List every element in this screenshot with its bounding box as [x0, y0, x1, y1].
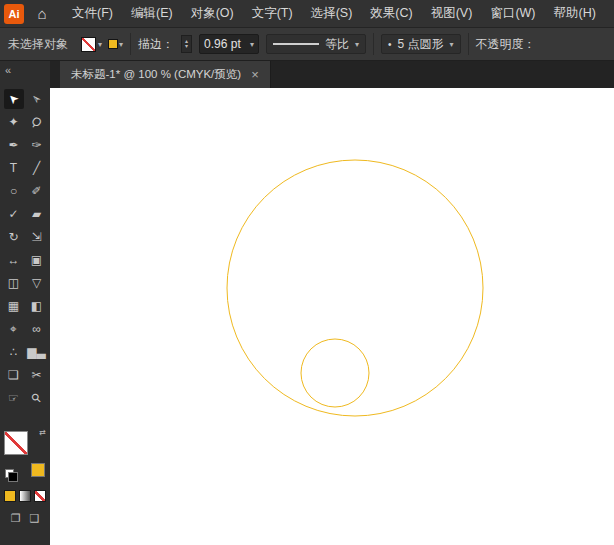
mesh-tool[interactable]: ▦	[4, 296, 24, 316]
scale-tool-icon: ⇲	[31, 230, 41, 244]
control-bar: 未选择对象 ▾ ▾ 描边： ▴ ▾ 0.96 pt ▾ 等比 ▾ • 5 点圆形…	[0, 28, 614, 61]
gradient-tool-icon: ◧	[31, 299, 42, 313]
chevron-down-icon[interactable]: ▾	[450, 40, 454, 49]
selection-status: 未选择对象	[8, 36, 68, 53]
shaper-tool-icon: ✓	[8, 207, 18, 221]
chevron-down-icon[interactable]: ▾	[355, 40, 359, 49]
brush-select[interactable]: • 5 点圆形 ▾	[381, 34, 461, 54]
lasso-tool-icon: Ϙ	[29, 114, 45, 131]
ellipse-tool[interactable]: ○	[4, 181, 24, 201]
home-icon[interactable]: ⌂	[29, 5, 55, 22]
paintbrush-tool-icon: ✐	[31, 184, 41, 198]
app-logo-icon[interactable]: Ai	[4, 4, 24, 24]
shape-builder-tool-icon: ◫	[8, 276, 19, 290]
gradient-tool[interactable]: ◧	[27, 296, 47, 316]
menu-item[interactable]: 帮助(H)	[545, 0, 605, 27]
type-tool[interactable]: T	[4, 158, 24, 178]
eyedropper-tool-icon: ⌖	[10, 322, 17, 336]
dock-bottom-buttons: ❐ ❑	[0, 512, 50, 525]
chevron-down-icon[interactable]: ▾	[119, 40, 123, 49]
tools-panel: ➤➢✦Ϙ✒✑T╱○✐✓▰↻⇲↔▣◫▽▦◧⌖∞∴▆▃❏✂☞⚲	[0, 89, 50, 408]
line-segment-tool[interactable]: ╱	[27, 158, 47, 178]
gradient-mode-button[interactable]	[19, 490, 31, 502]
column-graph-tool-icon: ▆▃	[27, 345, 45, 359]
collapse-panel-button[interactable]: «	[0, 61, 50, 77]
mesh-tool-icon: ▦	[8, 299, 19, 313]
chevron-down-icon[interactable]: ▾	[250, 40, 254, 49]
stroke-indicator[interactable]	[32, 464, 44, 476]
swap-colors-icon[interactable]: ⇄	[39, 428, 46, 437]
zoom-tool[interactable]: ⚲	[27, 388, 47, 408]
menu-list: 文件(F)编辑(E)对象(O)文字(T)选择(S)效果(C)视图(V)窗口(W)…	[63, 0, 605, 27]
column-graph-tool[interactable]: ▆▃	[27, 342, 47, 362]
separator	[373, 33, 374, 55]
stroke-color-swatch[interactable]	[109, 40, 117, 48]
scale-tool[interactable]: ⇲	[27, 227, 47, 247]
screen-mode-icon[interactable]: ❑	[30, 512, 40, 525]
width-profile-select[interactable]: 等比 ▾	[266, 34, 366, 54]
direct-selection-tool[interactable]: ➢	[27, 89, 47, 109]
circle-shape[interactable]	[227, 160, 483, 416]
type-tool-icon: T	[10, 161, 17, 175]
fill-color-control[interactable]: ▾	[81, 37, 102, 52]
menu-item[interactable]: 效果(C)	[361, 0, 421, 27]
hand-tool[interactable]: ☞	[4, 388, 24, 408]
menu-item[interactable]: 窗口(W)	[481, 0, 544, 27]
menu-item[interactable]: 文件(F)	[63, 0, 122, 27]
rotate-tool-icon: ↻	[8, 230, 18, 244]
draw-mode-icon[interactable]: ❐	[11, 512, 21, 525]
color-mode-buttons	[0, 490, 50, 502]
eraser-tool[interactable]: ▰	[27, 204, 47, 224]
none-mode-button[interactable]	[34, 490, 46, 502]
stroke-color-control[interactable]: ▾	[109, 40, 123, 49]
stepper-down-icon[interactable]: ▾	[185, 44, 188, 49]
document-tab[interactable]: 未标题-1* @ 100 % (CMYK/预览) ×	[60, 61, 271, 88]
menu-item[interactable]: 视图(V)	[422, 0, 482, 27]
width-tool-icon: ↔	[8, 253, 20, 267]
shape-builder-tool[interactable]: ◫	[4, 273, 24, 293]
slice-tool[interactable]: ✂	[27, 365, 47, 385]
chevron-down-icon[interactable]: ▾	[98, 40, 102, 49]
selection-tool[interactable]: ➤	[4, 89, 24, 109]
line-segment-tool-icon: ╱	[33, 161, 40, 175]
eyedropper-tool[interactable]: ⌖	[4, 319, 24, 339]
stroke-label: 描边：	[138, 36, 174, 53]
rotate-tool[interactable]: ↻	[4, 227, 24, 247]
menu-item[interactable]: 选择(S)	[302, 0, 362, 27]
perspective-grid-tool[interactable]: ▽	[27, 273, 47, 293]
menu-item[interactable]: 对象(O)	[182, 0, 243, 27]
brush-name: 5 点圆形	[398, 36, 444, 53]
shaper-tool[interactable]: ✓	[4, 204, 24, 224]
free-transform-tool[interactable]: ▣	[27, 250, 47, 270]
stroke-weight-input[interactable]: 0.96 pt ▾	[199, 34, 259, 54]
lasso-tool[interactable]: Ϙ	[27, 112, 47, 132]
symbol-sprayer-tool[interactable]: ∴	[4, 342, 24, 362]
canvas[interactable]	[50, 88, 614, 545]
menu-item[interactable]: 文字(T)	[243, 0, 302, 27]
artboard-tool[interactable]: ❏	[4, 365, 24, 385]
default-colors-icon[interactable]	[5, 469, 14, 478]
color-mode-button[interactable]	[4, 490, 16, 502]
fill-indicator[interactable]	[4, 431, 28, 455]
width-tool[interactable]: ↔	[4, 250, 24, 270]
blend-tool[interactable]: ∞	[27, 319, 47, 339]
symbol-sprayer-tool-icon: ∴	[10, 345, 18, 359]
magic-wand-tool[interactable]: ✦	[4, 112, 24, 132]
stroke-weight-stepper[interactable]: ▴ ▾	[181, 35, 192, 53]
slice-tool-icon: ✂	[31, 368, 41, 382]
document-tab-bar: 未标题-1* @ 100 % (CMYK/预览) ×	[0, 61, 614, 88]
separator	[130, 33, 131, 55]
blend-tool-icon: ∞	[32, 322, 41, 336]
curvature-tool-icon: ✑	[31, 138, 41, 152]
close-icon[interactable]: ×	[251, 68, 259, 81]
circle-shape[interactable]	[301, 339, 369, 407]
fill-none-swatch[interactable]	[81, 37, 96, 52]
hand-tool-icon: ☞	[8, 391, 19, 405]
paintbrush-tool[interactable]: ✐	[27, 181, 47, 201]
pen-tool[interactable]: ✒	[4, 135, 24, 155]
artboard-tool-icon: ❏	[8, 368, 19, 382]
width-profile-value: 等比	[325, 36, 349, 53]
curvature-tool[interactable]: ✑	[27, 135, 47, 155]
pen-tool-icon: ✒	[8, 138, 18, 152]
menu-item[interactable]: 编辑(E)	[122, 0, 182, 27]
